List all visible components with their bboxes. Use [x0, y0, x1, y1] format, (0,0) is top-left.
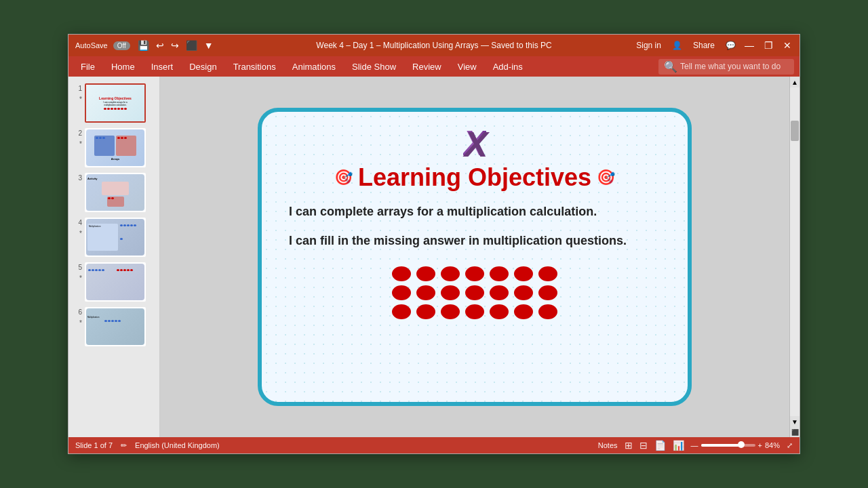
sign-in-area: Sign in 👤 Share 💬: [636, 41, 736, 50]
objective-2: I can fill in the missing answer in mult…: [289, 232, 660, 250]
slide-thumbnail-3[interactable]: Activity: [85, 173, 146, 212]
slide-number-3: 3: [73, 173, 82, 184]
slide-star-1: *: [79, 94, 82, 105]
scroll-up-arrow[interactable]: ▲: [790, 77, 800, 87]
dot: [441, 304, 460, 319]
slide-thumbnail-5[interactable]: [85, 262, 146, 302]
window-title: Week 4 – Day 1 – Multiplication Using Ar…: [316, 41, 551, 50]
slide-thumb-3[interactable]: 3 * Activity: [71, 171, 157, 214]
dot: [392, 266, 411, 281]
dot: [416, 266, 435, 281]
zoom-level[interactable]: 84%: [765, 441, 780, 449]
slide-number-4: 4: [73, 218, 82, 228]
title-bar-left: AutoSave Off 💾 ↩ ↪ ⬛ ▼: [75, 39, 216, 52]
normal-view-icon[interactable]: ⊞: [625, 440, 633, 451]
quick-access-toolbar: 💾 ↩ ↪ ⬛ ▼: [136, 39, 216, 52]
dot: [416, 304, 435, 319]
slide-thumbnail-4[interactable]: Multiplication: [85, 218, 146, 257]
slide-thumbnail-1[interactable]: Learning Objectives I can complete array…: [85, 83, 146, 123]
main-area: 1 * Learning Objectives I can complete a…: [68, 77, 800, 437]
dot: [490, 304, 509, 319]
redo-icon[interactable]: ↪: [169, 39, 181, 52]
menu-addins[interactable]: Add-ins: [486, 59, 530, 75]
scroll-down-arrow[interactable]: ▼: [790, 416, 800, 427]
slide-thumb-6[interactable]: 6 * Multiplication: [71, 306, 157, 348]
slide-thumbnail-6[interactable]: Multiplication: [85, 307, 146, 346]
search-input[interactable]: [680, 62, 789, 71]
customize-icon[interactable]: ▼: [202, 39, 216, 52]
sign-in-button[interactable]: Sign in: [636, 41, 661, 50]
present-icon[interactable]: ⬛: [184, 39, 199, 52]
fit-to-window-icon[interactable]: ⤢: [787, 441, 793, 450]
slide-thumb-5[interactable]: 5 *: [71, 261, 157, 303]
zoom-in-icon[interactable]: +: [758, 441, 762, 449]
scroll-corner: ⬛: [790, 427, 800, 437]
menu-file[interactable]: File: [74, 59, 102, 75]
menu-slideshow[interactable]: Slide Show: [345, 59, 403, 75]
dot: [538, 266, 557, 281]
menu-view[interactable]: View: [451, 59, 484, 75]
undo-icon[interactable]: ↩: [154, 39, 166, 52]
target-icon-right: 🎯: [597, 169, 615, 186]
edit-icon[interactable]: ✏: [121, 441, 127, 450]
scroll-thumb[interactable]: [791, 121, 799, 141]
notes-button[interactable]: Notes: [598, 441, 618, 449]
title-bar-right: Sign in 👤 Share 💬 — ❐ ✕: [636, 40, 793, 51]
restore-button[interactable]: ❐: [763, 40, 774, 51]
status-right: Notes ⊞ ⊟ 📄 📊 — + 84% ⤢: [598, 440, 793, 451]
zoom-handle[interactable]: [738, 441, 745, 448]
slide-star-4: *: [79, 228, 82, 239]
objectives-text: I can complete arrays for a multiplicati…: [289, 203, 660, 261]
slide-main: X 🎯 Learning Objectives 🎯 I can complete…: [160, 77, 789, 437]
presenter-view-icon[interactable]: 📊: [673, 440, 684, 451]
share-button[interactable]: Share: [693, 41, 715, 50]
reading-view-icon[interactable]: 📄: [654, 440, 666, 451]
dot: [441, 266, 460, 281]
dots-row-3: [392, 304, 557, 319]
close-button[interactable]: ✕: [782, 40, 793, 51]
autosave-toggle[interactable]: Off: [113, 41, 130, 50]
search-bar[interactable]: 🔍: [658, 59, 794, 75]
slide-panel[interactable]: 1 * Learning Objectives I can complete a…: [68, 77, 160, 437]
minimize-button[interactable]: —: [744, 40, 755, 51]
status-bar: Slide 1 of 7 ✏ English (United Kingdom) …: [68, 437, 800, 453]
zoom-track[interactable]: [701, 444, 755, 447]
title-bar: AutoSave Off 💾 ↩ ↪ ⬛ ▼ Week 4 – Day 1 – …: [68, 35, 800, 56]
slide-thumb-2[interactable]: 2 *: [71, 127, 157, 169]
ribbon: File Home Insert Design Transitions Anim…: [68, 56, 800, 77]
menu-transitions[interactable]: Transitions: [226, 59, 283, 75]
zoom-out-icon[interactable]: —: [691, 441, 698, 449]
comments-icon[interactable]: 💬: [726, 41, 736, 50]
dot: [465, 266, 484, 281]
dots-row-2: [392, 285, 557, 300]
title-text: Learning Objectives: [358, 163, 591, 192]
dots-container: [392, 266, 557, 319]
account-icon[interactable]: 👤: [672, 41, 682, 50]
dots-row-1: [392, 266, 557, 281]
vertical-scrollbar[interactable]: ▲ ▼ ⬛: [789, 77, 800, 437]
search-icon: 🔍: [664, 60, 677, 73]
slide-number-5: 5: [73, 262, 82, 273]
slide-title: 🎯 Learning Objectives 🎯: [334, 163, 615, 192]
slide-number-6: 6: [73, 307, 82, 318]
menu-animations[interactable]: Animations: [285, 59, 342, 75]
menu-home[interactable]: Home: [104, 59, 142, 75]
scroll-track[interactable]: [790, 87, 800, 416]
menu-design[interactable]: Design: [182, 59, 223, 75]
menu-insert[interactable]: Insert: [144, 59, 180, 75]
target-icon-left: 🎯: [334, 169, 353, 186]
slide-content: X 🎯 Learning Objectives 🎯 I can complete…: [258, 108, 692, 406]
slide-star-2: *: [79, 139, 82, 150]
zoom-slider[interactable]: — + 84%: [691, 441, 780, 449]
slide-thumbnail-2[interactable]: Arrays: [85, 128, 146, 167]
slide-thumb-4[interactable]: 4 * Multiplication: [71, 216, 157, 258]
dot: [490, 285, 509, 300]
slide-info: Slide 1 of 7: [75, 441, 113, 449]
autosave-label: AutoSave: [75, 41, 108, 49]
slide-thumb-1[interactable]: 1 * Learning Objectives I can complete a…: [71, 82, 157, 124]
dot: [392, 304, 411, 319]
dot: [514, 266, 533, 281]
slide-sorter-icon[interactable]: ⊟: [639, 440, 648, 451]
save-icon[interactable]: 💾: [136, 39, 151, 52]
menu-review[interactable]: Review: [406, 59, 448, 75]
